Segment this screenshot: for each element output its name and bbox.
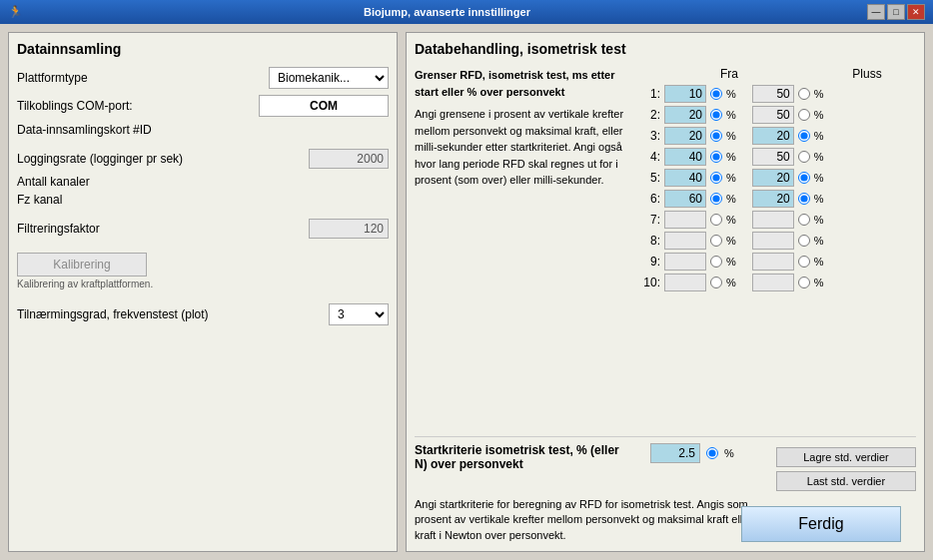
filter-factor-input[interactable] — [309, 219, 389, 239]
rfd-table-row: 5:%% — [642, 169, 916, 187]
pluss-input[interactable] — [752, 190, 794, 208]
row-number: 10: — [642, 276, 660, 289]
fra-radio[interactable] — [710, 109, 722, 121]
pluss-input[interactable] — [752, 253, 794, 271]
pluss-percent-label: % — [814, 172, 824, 184]
rfd-description-title: Grenser RFD, isometrisk test, ms etter s… — [415, 67, 634, 100]
fra-percent-label: % — [726, 151, 736, 163]
start-criteria-input[interactable] — [650, 443, 700, 463]
pluss-percent-label: % — [814, 151, 824, 163]
fra-radio[interactable] — [710, 151, 722, 163]
minimize-button[interactable]: — — [867, 4, 885, 20]
fra-radio[interactable] — [710, 172, 722, 184]
rfd-table-row: 10:%% — [642, 274, 916, 291]
calibration-button[interactable]: Kalibrering — [17, 253, 147, 277]
fra-input[interactable] — [664, 85, 706, 103]
close-button[interactable]: ✕ — [907, 4, 925, 20]
row-number: 4: — [642, 150, 660, 164]
fra-radio[interactable] — [710, 277, 722, 288]
left-panel-title: Datainnsamling — [17, 41, 389, 57]
row-number: 7: — [642, 213, 660, 227]
fra-header: Fra — [684, 67, 774, 81]
fra-percent-label: % — [726, 256, 736, 268]
pluss-radio[interactable] — [798, 193, 810, 205]
criteria-radio[interactable] — [706, 447, 718, 459]
data-card-label: Data-innsamlingskort #ID — [17, 123, 152, 137]
pluss-percent-label: % — [814, 214, 824, 226]
fra-radio[interactable] — [710, 193, 722, 205]
ferdig-button[interactable]: Ferdig — [741, 506, 901, 542]
pluss-radio[interactable] — [798, 172, 810, 184]
platform-select[interactable]: Biomekanik... — [269, 67, 389, 89]
fra-input[interactable] — [664, 211, 706, 229]
right-panel: Databehandling, isometrisk test Grenser … — [406, 32, 925, 552]
rfd-table-row: 3:%% — [642, 127, 916, 145]
fra-radio[interactable] — [710, 235, 722, 247]
rfd-table: Fra Pluss 1:%%2:%%3:%%4:%%5:%%6:%%7:%%8:… — [642, 67, 916, 428]
pluss-input[interactable] — [752, 106, 794, 124]
pluss-radio[interactable] — [798, 235, 810, 247]
row-number: 1: — [642, 87, 660, 101]
fra-percent-label: % — [726, 109, 736, 121]
filter-factor-label: Filtreringsfaktor — [17, 222, 309, 236]
fra-input[interactable] — [664, 127, 706, 145]
pluss-percent-label: % — [814, 256, 824, 268]
start-criteria-desc: Angi startkriterie for beregning av RFD … — [415, 497, 764, 543]
pluss-radio[interactable] — [798, 256, 810, 268]
rfd-table-row: 7:%% — [642, 211, 916, 229]
fra-radio[interactable] — [710, 88, 722, 100]
fra-input[interactable] — [664, 148, 706, 166]
pluss-radio[interactable] — [798, 151, 810, 163]
pluss-radio[interactable] — [798, 109, 810, 121]
start-criteria-title: Startkriterie isometrisk test, % (eller … — [415, 443, 634, 471]
fra-radio[interactable] — [710, 256, 722, 268]
platform-label: Plattformtype — [17, 71, 269, 85]
pluss-percent-label: % — [814, 235, 824, 247]
pluss-radio[interactable] — [798, 214, 810, 226]
pluss-radio[interactable] — [798, 277, 810, 288]
com-port-button[interactable]: COM — [259, 95, 389, 117]
pluss-percent-label: % — [814, 109, 824, 121]
fra-input[interactable] — [664, 169, 706, 187]
logging-rate-input[interactable] — [309, 149, 389, 169]
fra-input[interactable] — [664, 190, 706, 208]
pluss-input[interactable] — [752, 211, 794, 229]
approximation-label: Tilnærmingsgrad, frekvenstest (plot) — [17, 307, 329, 321]
rfd-table-row: 2:%% — [642, 106, 916, 124]
pluss-input[interactable] — [752, 148, 794, 166]
pluss-input[interactable] — [752, 232, 794, 250]
pluss-input[interactable] — [752, 274, 794, 291]
title-bar-icon: 🏃 — [8, 5, 23, 19]
fra-input[interactable] — [664, 253, 706, 271]
pluss-radio[interactable] — [798, 130, 810, 142]
channel-count-label: Antall kanaler — [17, 175, 90, 189]
pluss-percent-label: % — [814, 130, 824, 142]
fra-percent-label: % — [726, 172, 736, 184]
fra-radio[interactable] — [710, 214, 722, 226]
pluss-percent-label: % — [814, 88, 824, 100]
com-port-label: Tilkoblings COM-port: — [17, 99, 259, 113]
save-std-button[interactable]: Lagre std. verdier — [776, 447, 916, 467]
pluss-input[interactable] — [752, 85, 794, 103]
rfd-table-row: 6:%% — [642, 190, 916, 208]
right-panel-title: Databehandling, isometrisk test — [415, 41, 916, 57]
logging-rate-label: Loggingsrate (logginger pr sek) — [17, 152, 309, 166]
approximation-select[interactable]: 3 1 2 4 5 — [329, 303, 389, 325]
row-number: 6: — [642, 192, 660, 206]
rfd-rows-container: 1:%%2:%%3:%%4:%%5:%%6:%%7:%%8:%%9:%%10:%… — [642, 85, 916, 294]
maximize-button[interactable]: □ — [887, 4, 905, 20]
pluss-input[interactable] — [752, 169, 794, 187]
fra-radio[interactable] — [710, 130, 722, 142]
pluss-radio[interactable] — [798, 88, 810, 100]
row-number: 8: — [642, 234, 660, 248]
fra-percent-label: % — [726, 214, 736, 226]
fra-input[interactable] — [664, 274, 706, 291]
calibration-hint: Kalibrering av kraftplattformen. — [17, 279, 389, 289]
fra-input[interactable] — [664, 106, 706, 124]
pluss-percent-label: % — [814, 277, 824, 288]
fra-input[interactable] — [664, 232, 706, 250]
pluss-input[interactable] — [752, 127, 794, 145]
pluss-percent-label: % — [814, 193, 824, 205]
rfd-table-row: 9:%% — [642, 253, 916, 271]
load-std-button[interactable]: Last std. verdier — [776, 471, 916, 491]
